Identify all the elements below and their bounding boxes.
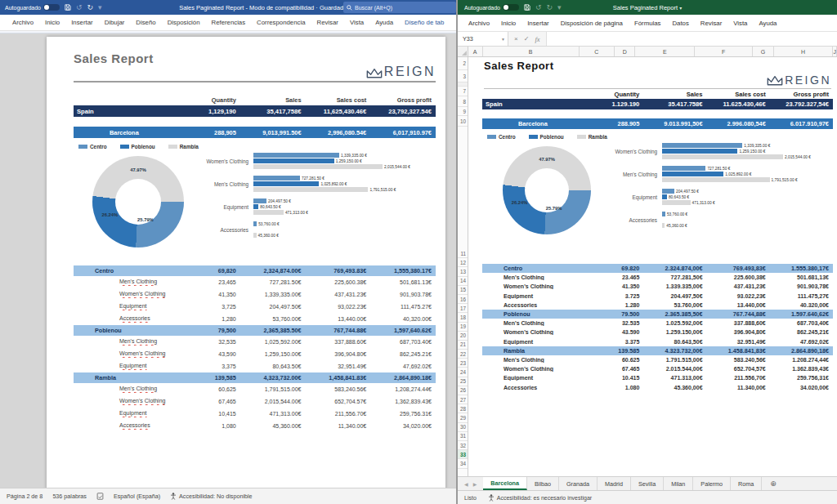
ribbon-options-icon[interactable]: ▾ bbox=[98, 4, 102, 11]
column-header-a[interactable]: A bbox=[468, 47, 483, 56]
row-header-17[interactable]: 17 bbox=[458, 304, 468, 313]
menu-tab-insertar[interactable]: Insertar bbox=[521, 20, 554, 27]
undo-icon[interactable]: ↺ bbox=[535, 4, 542, 11]
menu-tab-correspondencia[interactable]: Correspondencia bbox=[251, 19, 311, 26]
row-header-7[interactable]: 7 bbox=[458, 87, 468, 96]
add-sheet-icon[interactable]: ⊕ bbox=[762, 477, 785, 490]
row-header-15[interactable]: 15 bbox=[458, 286, 468, 295]
menu-tab-inicio[interactable]: Inicio bbox=[495, 20, 521, 27]
row-header-10[interactable]: 10 bbox=[458, 116, 468, 127]
sheet-tab-madrid[interactable]: Madrid bbox=[598, 477, 631, 490]
row-header-20[interactable]: 20 bbox=[458, 332, 468, 341]
menu-tab-revisar[interactable]: Revisar bbox=[311, 19, 344, 26]
language-indicator[interactable]: Español (España) bbox=[114, 493, 160, 500]
row-header-11[interactable]: 11 bbox=[458, 249, 468, 258]
sheet-next-icon[interactable]: ▶ bbox=[473, 481, 477, 487]
bar-poblenou bbox=[662, 149, 737, 154]
row-header-32[interactable]: 32 bbox=[458, 441, 468, 450]
row-header-9[interactable]: 9 bbox=[458, 107, 468, 116]
row-header-26[interactable]: 26 bbox=[458, 386, 468, 395]
row-header-22[interactable]: 22 bbox=[458, 350, 468, 359]
accessibility-status[interactable]: Accesibilidad: es necesario investigar bbox=[488, 494, 592, 502]
column-header-b[interactable]: B bbox=[483, 47, 580, 56]
row-header-19[interactable]: 19 bbox=[458, 323, 468, 332]
row-header-34[interactable]: 34 bbox=[458, 459, 468, 468]
accessibility-status[interactable]: Accesibilidad: No disponible bbox=[170, 493, 253, 500]
row-header-18[interactable]: 18 bbox=[458, 313, 468, 322]
sheet-tab-barcelona[interactable]: Barcelona bbox=[483, 477, 527, 490]
column-header-g[interactable]: G bbox=[753, 47, 774, 56]
select-all-corner[interactable] bbox=[458, 47, 468, 56]
row-header-27[interactable]: 27 bbox=[458, 395, 468, 404]
column-header-e[interactable]: E bbox=[635, 47, 695, 56]
row-header-28[interactable]: 28 bbox=[458, 404, 468, 413]
row-header-33[interactable]: 33 bbox=[458, 450, 468, 459]
menu-tab-insertar[interactable]: Insertar bbox=[65, 19, 98, 26]
name-box[interactable]: Y33▼ bbox=[458, 32, 508, 46]
row-header-3[interactable]: 3 bbox=[458, 70, 468, 83]
sheet-tab-palermo[interactable]: Palermo bbox=[693, 477, 731, 490]
word-count[interactable]: 536 palabras bbox=[52, 493, 87, 500]
undo-icon[interactable]: ↺ bbox=[76, 4, 83, 11]
sheet-tab-granada[interactable]: Granada bbox=[559, 477, 598, 490]
row-header-13[interactable]: 13 bbox=[458, 267, 468, 276]
sheet-tab-sevilla[interactable]: Sevilla bbox=[631, 477, 664, 490]
column-header-f[interactable]: F bbox=[695, 47, 753, 56]
redo-icon[interactable]: ↻ bbox=[547, 4, 553, 11]
menu-tab-disposicion-de-pagina[interactable]: Disposición de página bbox=[555, 20, 629, 27]
insert-function-icon[interactable]: fx bbox=[535, 35, 539, 43]
enter-icon[interactable]: ✓ bbox=[524, 35, 530, 42]
sales-chart[interactable]: CentroPoblenouRambla25.79%26.24%47.97%Wo… bbox=[482, 129, 833, 252]
menu-tab-datos[interactable]: Datos bbox=[666, 20, 694, 27]
namebox-dropdown-icon[interactable]: ▼ bbox=[501, 37, 505, 42]
row-header-21[interactable]: 21 bbox=[458, 341, 468, 350]
menu-tab-ayuda[interactable]: Ayuda bbox=[369, 19, 399, 26]
formula-input[interactable] bbox=[547, 32, 837, 46]
proofing-icon[interactable] bbox=[96, 493, 104, 500]
menu-tab-dibujar[interactable]: Dibujar bbox=[99, 19, 131, 26]
menu-tab-vista[interactable]: Vista bbox=[727, 20, 753, 27]
row-header-16[interactable]: 16 bbox=[458, 295, 468, 304]
autosave-toggle[interactable]: Autoguardado bbox=[464, 4, 519, 11]
save-icon[interactable] bbox=[524, 4, 530, 11]
menu-tab-archivo[interactable]: Archivo bbox=[463, 20, 495, 27]
autosave-toggle[interactable]: Autoguardado bbox=[5, 4, 60, 11]
sheet-tab-milan[interactable]: Milan bbox=[664, 477, 693, 490]
row-header-30[interactable]: 30 bbox=[458, 423, 468, 432]
column-header-d[interactable]: D bbox=[615, 47, 636, 56]
row-header-23[interactable]: 23 bbox=[458, 359, 468, 368]
cancel-icon[interactable]: × bbox=[514, 35, 518, 42]
row-header-8[interactable]: 8 bbox=[458, 96, 468, 107]
column-header-c[interactable]: C bbox=[580, 47, 615, 56]
menu-tab-diseno[interactable]: Diseño bbox=[130, 19, 161, 26]
row-header-24[interactable]: 24 bbox=[458, 368, 468, 377]
page-indicator[interactable]: Página 2 de 8 bbox=[7, 493, 43, 500]
column-header-h[interactable]: H bbox=[774, 47, 834, 56]
menu-tab-archivo[interactable]: Archivo bbox=[7, 19, 39, 26]
row-header-2[interactable]: 2 bbox=[458, 57, 468, 70]
menu-tab-revisar[interactable]: Revisar bbox=[695, 20, 727, 27]
row-header-12[interactable]: 12 bbox=[458, 258, 468, 267]
menu-tab-disposicion[interactable]: Disposición bbox=[162, 19, 206, 26]
sheet-prev-icon[interactable]: ◀ bbox=[464, 481, 468, 487]
menu-tab-vista[interactable]: Vista bbox=[344, 19, 369, 26]
sheet-tab-bilbao[interactable]: Bilbao bbox=[527, 477, 559, 490]
word-page[interactable]: Sales ReportREIGNQuantitySalesSales cost… bbox=[47, 37, 445, 488]
menu-tab-inicio[interactable]: Inicio bbox=[39, 19, 65, 26]
menu-tab-formulas[interactable]: Fórmulas bbox=[629, 20, 667, 27]
row-header-31[interactable]: 31 bbox=[458, 432, 468, 441]
menu-tab-diseno-de-tab[interactable]: Diseño de tab bbox=[399, 19, 450, 26]
row-header-14[interactable]: 14 bbox=[458, 277, 468, 286]
sheet-tab-roma[interactable]: Roma bbox=[731, 477, 762, 490]
menu-tab-referencias[interactable]: Referencias bbox=[206, 19, 252, 26]
sheet-area[interactable]: Sales ReportREIGNQuantitySalesSales cost… bbox=[468, 57, 837, 476]
redo-icon[interactable]: ↻ bbox=[87, 4, 94, 11]
row-header-25[interactable]: 25 bbox=[458, 377, 468, 386]
menu-tab-ayuda[interactable]: Ayuda bbox=[753, 20, 782, 27]
column-header-j[interactable]: J bbox=[833, 47, 837, 56]
ribbon-options-icon[interactable]: ▾ bbox=[557, 4, 562, 11]
row-header-29[interactable]: 29 bbox=[458, 413, 468, 422]
save-icon[interactable] bbox=[65, 4, 71, 11]
search-input[interactable]: Buscar (Alt+Q) bbox=[343, 2, 456, 13]
sales-chart[interactable]: CentroPoblenouRambla25.79%26.24%47.97%Wo… bbox=[74, 138, 436, 262]
